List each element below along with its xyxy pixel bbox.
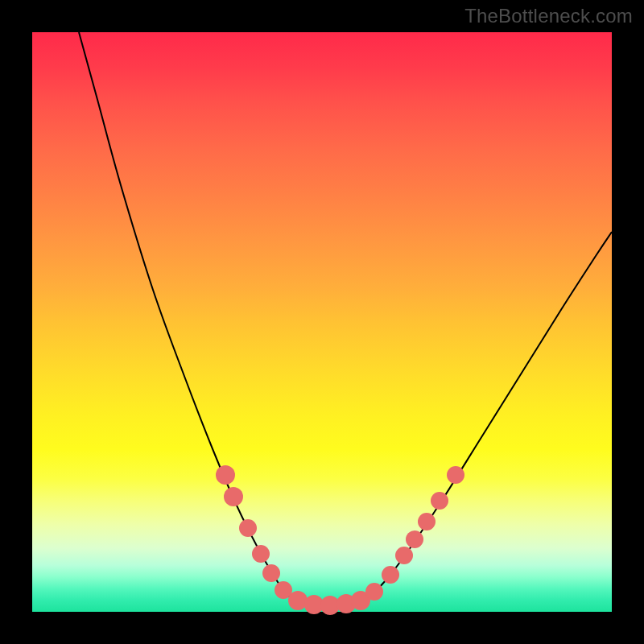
curve-left [79,32,298,602]
data-dot [406,530,423,548]
watermark-label: TheBottleneck.com [464,5,633,27]
chart-frame: TheBottleneck.com [0,0,644,644]
data-dot [431,492,448,510]
data-dot [418,513,436,530]
data-dot [224,487,243,506]
data-dot [216,465,235,485]
data-dot [395,547,413,564]
data-dot [252,545,270,563]
data-dot [447,466,464,484]
data-dot [382,566,399,584]
curve-right [361,232,612,602]
data-dot [239,519,257,537]
data-dot [365,583,383,601]
data-dot [262,564,280,582]
curve-svg [32,32,612,612]
data-dot [288,591,308,610]
plot-area [32,32,612,612]
